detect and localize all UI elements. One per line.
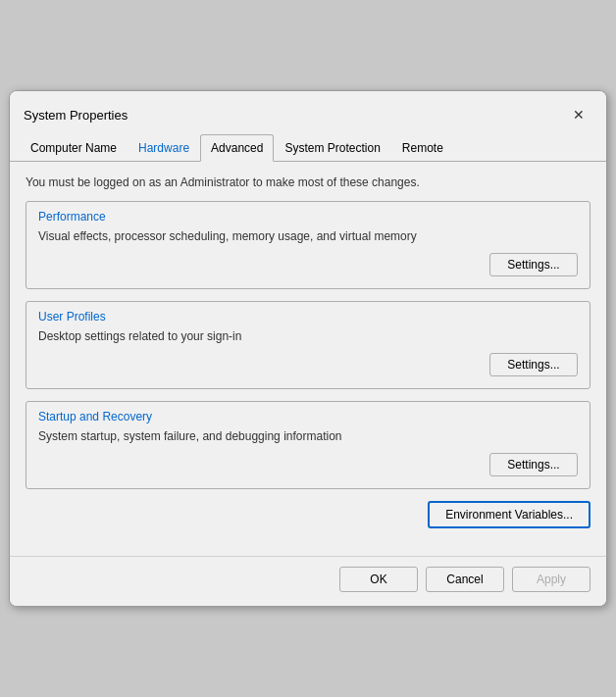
close-button[interactable]: ✕ — [565, 101, 592, 128]
cancel-button[interactable]: Cancel — [426, 567, 504, 592]
tab-hardware[interactable]: Hardware — [128, 134, 200, 162]
startup-recovery-settings-row: Settings... — [38, 453, 578, 476]
user-profiles-settings-row: Settings... — [38, 353, 578, 376]
ok-button[interactable]: OK — [339, 567, 418, 592]
environment-variables-button[interactable]: Environment Variables... — [428, 501, 590, 528]
tab-system-protection[interactable]: System Protection — [274, 134, 390, 162]
performance-settings-row: Settings... — [38, 253, 578, 276]
tabs-bar: Computer Name Hardware Advanced System P… — [10, 134, 606, 162]
tab-computer-name[interactable]: Computer Name — [20, 134, 128, 162]
tab-advanced[interactable]: Advanced — [200, 134, 274, 162]
system-properties-dialog: System Properties ✕ Computer Name Hardwa… — [9, 90, 607, 607]
user-profiles-section: User Profiles Desktop settings related t… — [26, 301, 590, 389]
env-variables-row: Environment Variables... — [26, 501, 590, 528]
tab-content: You must be logged on as an Administrato… — [10, 162, 606, 556]
startup-recovery-description: System startup, system failure, and debu… — [38, 429, 578, 443]
user-profiles-description: Desktop settings related to your sign-in — [38, 329, 578, 343]
dialog-title: System Properties — [24, 108, 128, 123]
performance-title: Performance — [38, 210, 578, 224]
performance-section: Performance Visual effects, processor sc… — [26, 201, 590, 289]
dialog-footer: OK Cancel Apply — [10, 556, 606, 606]
tab-remote[interactable]: Remote — [391, 134, 454, 162]
user-profiles-settings-button[interactable]: Settings... — [489, 353, 578, 376]
performance-description: Visual effects, processor scheduling, me… — [38, 229, 578, 243]
user-profiles-title: User Profiles — [38, 310, 578, 324]
admin-notice: You must be logged on as an Administrato… — [26, 175, 590, 189]
apply-button[interactable]: Apply — [512, 567, 590, 592]
startup-recovery-title: Startup and Recovery — [38, 410, 578, 423]
startup-recovery-section: Startup and Recovery System startup, sys… — [26, 401, 590, 489]
title-bar: System Properties ✕ — [10, 91, 606, 134]
startup-recovery-settings-button[interactable]: Settings... — [489, 453, 578, 476]
performance-settings-button[interactable]: Settings... — [489, 253, 578, 276]
